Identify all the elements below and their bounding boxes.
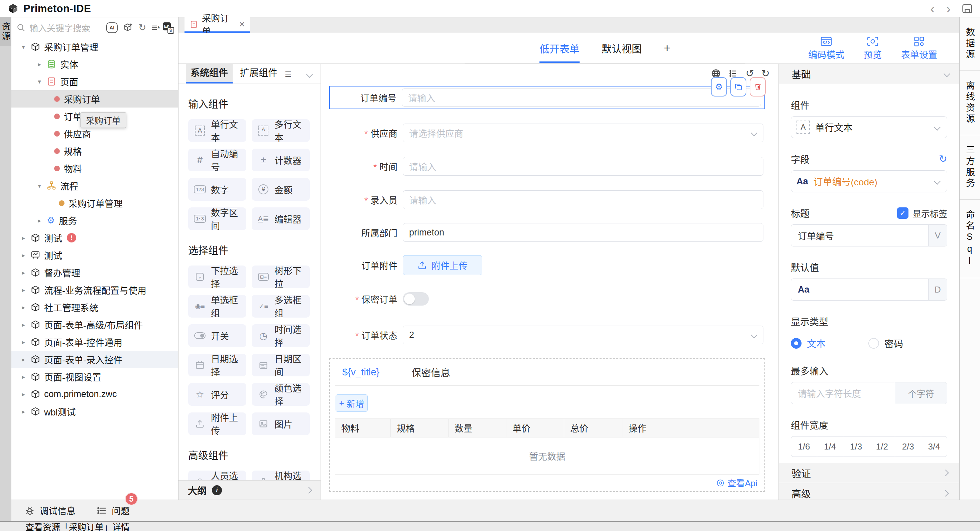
palette-item-date-picker[interactable]: 日期选择 <box>188 353 247 376</box>
rail-tab-offline-resources[interactable]: 离线资源 <box>959 71 980 135</box>
radio-text[interactable]: 文本 <box>791 337 826 350</box>
palette-item-counter[interactable]: ±计数器 <box>252 149 310 171</box>
new-resource-icon[interactable] <box>123 23 133 33</box>
subform-section[interactable]: ${v_title} 保密信息 + 新增 物料 规格 数量 单价 总价 操作 暂… <box>329 358 765 492</box>
expander-right-icon[interactable]: ▸ <box>20 304 27 311</box>
palette-item-auto-number[interactable]: #自动编号 <box>188 149 247 171</box>
field-row-secret-order[interactable]: 保密订单 <box>329 292 764 306</box>
tree-item-project[interactable]: ▾ 采购订单管理 <box>11 38 178 55</box>
width-option-1-4[interactable]: 1/4 <box>817 436 843 457</box>
palette-item-number-range[interactable]: 1~3数字区间 <box>188 208 247 230</box>
file-tab-purchase-order[interactable]: 采购订单 × <box>185 17 250 33</box>
palette-item-time-picker[interactable]: ◷时间选择 <box>252 324 310 347</box>
subform-tab-secret-info[interactable]: 保密信息 <box>412 365 450 379</box>
add-view-button[interactable]: + <box>664 33 670 63</box>
attachment-upload-button[interactable]: 附件上传 <box>403 255 482 275</box>
width-option-1-3[interactable]: 1/3 <box>843 436 869 457</box>
rail-tab-datasource[interactable]: 数据源 <box>959 17 980 71</box>
palette-item-rating[interactable]: ☆评分 <box>188 383 247 406</box>
width-option-3-4[interactable]: 3/4 <box>921 436 947 457</box>
tree-item-services[interactable]: ▸ ⚙ 服务 <box>11 212 178 229</box>
radio-password[interactable]: 密码 <box>869 337 903 350</box>
tree-item-flow-config[interactable]: ▸ 流程-业务流程配置与使用 <box>11 281 178 298</box>
tree-item-material[interactable]: 物料 <box>11 160 178 177</box>
order-status-select[interactable]: 2 <box>403 326 764 344</box>
selected-field-order-code[interactable]: 订单编号 请输入 ⚙ <box>329 86 765 109</box>
tab-lowcode-form[interactable]: 低开表单 <box>539 33 579 63</box>
view-api-link[interactable]: ◎查看Api <box>335 475 759 490</box>
tree-item-social-work[interactable]: ▸ 社工管理系统 <box>11 298 178 316</box>
tree-item-test1[interactable]: ▸ 测试 ! <box>11 229 178 246</box>
expander-down-icon[interactable]: ▾ <box>36 78 43 86</box>
expander-down-icon[interactable]: ▾ <box>20 43 27 51</box>
subform-tab-vtitle[interactable]: ${v_title} <box>342 367 379 378</box>
title-addon-v[interactable]: V <box>928 225 947 246</box>
field-row-supplier[interactable]: 供应商 请选择供应商 <box>329 124 764 142</box>
nav-back-icon[interactable]: ‹ <box>930 4 935 14</box>
palette-item-upload[interactable]: 附件上传 <box>188 412 247 435</box>
palette-item-switch[interactable]: 开关 <box>188 324 247 347</box>
width-option-1-2[interactable]: 1/2 <box>869 436 895 457</box>
field-copy-button[interactable] <box>730 77 746 97</box>
field-row-department[interactable]: 所属部门 primeton <box>329 223 764 242</box>
props-section-validation[interactable]: 验证 <box>779 462 959 483</box>
chevron-down-icon[interactable] <box>306 71 313 78</box>
tree-item-pages[interactable]: ▾ 页面 <box>11 73 178 90</box>
expander-right-icon[interactable]: ▸ <box>20 321 27 329</box>
tree-item-zwc[interactable]: ▸ com.primeton.zwc <box>11 385 178 403</box>
palette-item-color-picker[interactable]: 颜色选择 <box>252 383 310 406</box>
code-mode-button[interactable]: 编码模式 <box>808 36 844 61</box>
palette-item-amount[interactable]: ¥金额 <box>252 178 310 201</box>
props-section-basic[interactable]: 基础 <box>779 64 959 84</box>
show-label-checkbox[interactable]: ✓显示标签 <box>897 207 947 219</box>
width-option-1-6[interactable]: 1/6 <box>791 436 817 457</box>
tree-item-duban[interactable]: ▸ 督办管理 <box>11 264 178 281</box>
add-row-button[interactable]: + 新增 <box>336 395 368 412</box>
secret-order-toggle[interactable] <box>403 292 429 306</box>
tree-item-process[interactable]: ▾ 流程 <box>11 177 178 194</box>
tab-extended-components[interactable]: 扩展组件 <box>235 64 282 84</box>
component-select[interactable]: A 单行文本 <box>791 116 947 138</box>
palette-item-date-range[interactable]: 日期区间 <box>252 353 310 376</box>
palette-item-number[interactable]: 123数字 <box>188 178 247 201</box>
expander-right-icon[interactable]: ▸ <box>20 269 27 276</box>
issues-button[interactable]: 问题 5 <box>97 504 130 517</box>
search-input[interactable]: 输入关键字搜索 <box>29 21 90 34</box>
form-settings-button[interactable]: 表单设置 <box>901 36 937 61</box>
translate-icon[interactable]: En文 <box>163 22 173 33</box>
ai-assistant-icon[interactable]: AI <box>106 22 118 33</box>
palette-item-tree-dropdown[interactable]: ⊟≡树形下拉 <box>252 265 310 288</box>
palette-item-dropdown[interactable]: ⌄下拉选择 <box>188 265 247 288</box>
refresh-field-icon[interactable]: ↻ <box>939 154 947 164</box>
left-rail-tab-resources[interactable]: 资源 <box>0 17 11 46</box>
props-section-advanced[interactable]: 高级 <box>779 483 959 499</box>
tree-item-form-advanced[interactable]: ▸ 页面-表单-高级/布局组件 <box>11 316 178 333</box>
expander-right-icon[interactable]: ▸ <box>20 373 27 381</box>
field-row-order-status[interactable]: 订单状态 2 <box>329 326 764 344</box>
width-option-2-3[interactable]: 2/3 <box>895 436 921 457</box>
palette-item-image[interactable]: 图片 <box>252 412 310 435</box>
palette-item-editor[interactable]: A≣编辑器 <box>252 208 310 230</box>
field-row-entry-clerk[interactable]: 录入员 请输入 <box>329 190 764 209</box>
palette-item-single-text[interactable]: A单行文本 <box>188 119 247 142</box>
tree-item-wbl-test[interactable]: ▸ wbl测试 <box>11 403 178 420</box>
expander-right-icon[interactable]: ▸ <box>20 252 27 259</box>
palette-item-radio-group[interactable]: ◉≡单选框组 <box>188 295 247 318</box>
tree-item-form-common[interactable]: ▸ 页面-表单-控件通用 <box>11 333 178 351</box>
tree-item-po-process[interactable]: 采购订单管理 <box>11 194 178 212</box>
rail-tab-third-party-services[interactable]: 三方服务 <box>959 135 980 200</box>
expander-right-icon[interactable]: ▸ <box>20 286 27 294</box>
title-input[interactable]: 订单编号 <box>791 225 928 246</box>
collapse-sort-icon[interactable]: ≡▲ <box>151 24 158 32</box>
save-layout-icon[interactable] <box>962 4 973 14</box>
tree-item-purchase-order[interactable]: 采购订单 <box>11 90 178 108</box>
expander-right-icon[interactable]: ▸ <box>36 60 43 68</box>
default-addon-d[interactable]: D <box>928 279 947 300</box>
tree-item-entities[interactable]: ▸ 实体 <box>11 55 178 73</box>
tree-item-form-entry[interactable]: ▸ 页面-表单-录入控件 <box>11 351 178 368</box>
order-code-input[interactable]: 请输入 <box>408 91 435 104</box>
palette-menu-icon[interactable]: ☰ <box>285 70 291 84</box>
tree-item-view-settings[interactable]: ▸ 页面-视图设置 <box>11 368 178 385</box>
default-value-input[interactable]: Aa <box>791 279 928 300</box>
tab-system-components[interactable]: 系统组件 <box>186 64 232 84</box>
